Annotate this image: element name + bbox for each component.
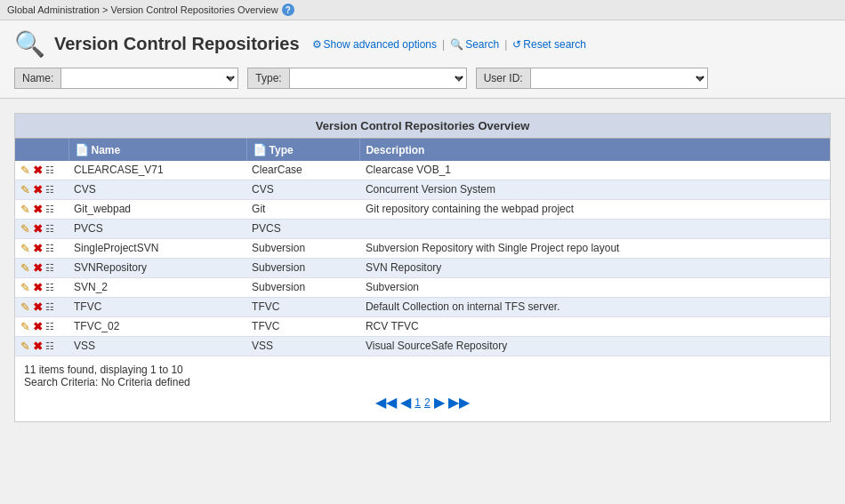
- delete-icon[interactable]: ✖: [33, 242, 43, 255]
- edit-icon[interactable]: ✎: [20, 261, 30, 275]
- table-row: ✎ ✖ ☷ SingleProjectSVNSubversionSubversi…: [15, 239, 830, 259]
- userid-filter-wrapper: ▼: [530, 68, 708, 89]
- delete-icon[interactable]: ✖: [33, 281, 43, 294]
- row-description: Clearcase VOB_1: [360, 161, 830, 180]
- search-link[interactable]: 🔍 Search: [450, 38, 499, 51]
- search-title: Version Control Repositories: [54, 34, 300, 54]
- userid-filter-label: User ID:: [476, 68, 530, 89]
- action-cell: ✎ ✖ ☷: [15, 161, 68, 180]
- table-footer: 11 items found, displaying 1 to 10 Searc…: [15, 356, 830, 421]
- grid-icon: ☷: [45, 282, 54, 293]
- grid-icon: ☷: [45, 204, 54, 215]
- delete-icon[interactable]: ✖: [33, 164, 43, 177]
- type-filter-label: Type:: [247, 68, 288, 89]
- row-name: CLEARCASE_V71: [68, 161, 246, 180]
- edit-icon[interactable]: ✎: [20, 320, 30, 333]
- table-row: ✎ ✖ ☷ VSSVSSVisual SourceSafe Repository: [15, 337, 830, 356]
- delete-icon[interactable]: ✖: [33, 300, 43, 314]
- show-advanced-link[interactable]: ⚙ Show advanced options: [312, 38, 437, 51]
- help-icon[interactable]: ?: [282, 4, 294, 16]
- search-filters: Name: ▼ Type: ▼ User ID:: [14, 68, 831, 89]
- edit-icon[interactable]: ✎: [20, 340, 30, 353]
- search-header: 🔍 Version Control Repositories ⚙ Show ad…: [14, 29, 831, 59]
- pagination: ◀◀ ◀ 1 2 ▶ ▶▶: [24, 394, 821, 414]
- grid-icon: ☷: [45, 321, 54, 332]
- footer-criteria-text: Search Criteria: No Criteria defined: [24, 376, 821, 388]
- action-cell: ✎ ✖ ☷: [15, 259, 68, 278]
- userid-filter-group: User ID: ▼: [476, 68, 708, 89]
- row-type: Subversion: [246, 259, 360, 278]
- first-page-btn[interactable]: ◀◀: [375, 394, 397, 411]
- col-description: Description: [360, 139, 830, 161]
- action-cell: ✎ ✖ ☷: [15, 278, 68, 298]
- row-type: VSS: [246, 337, 360, 356]
- row-name: VSS: [68, 337, 246, 356]
- table-header: 📄 Name 📄 Type Description: [15, 139, 830, 161]
- edit-icon[interactable]: ✎: [20, 222, 30, 236]
- action-cell: ✎ ✖ ☷: [15, 298, 68, 317]
- row-type: CVS: [246, 180, 360, 200]
- repositories-table: 📄 Name 📄 Type Description ✎: [15, 139, 830, 356]
- row-name: SVNRepository: [68, 259, 246, 278]
- row-name: CVS: [68, 180, 246, 200]
- grid-icon: ☷: [45, 164, 54, 176]
- table-row: ✎ ✖ ☷ SVNRepositorySubversionSVN Reposit…: [15, 259, 830, 278]
- action-cell: ✎ ✖ ☷: [15, 180, 68, 200]
- panel-title: Version Control Repositories Overview: [15, 114, 830, 139]
- row-type: TFVC: [246, 317, 360, 337]
- search-section: 🔍 Version Control Repositories ⚙ Show ad…: [0, 20, 845, 99]
- edit-icon[interactable]: ✎: [20, 203, 30, 216]
- action-cell: ✎ ✖ ☷: [15, 317, 68, 337]
- edit-icon[interactable]: ✎: [20, 281, 30, 294]
- grid-icon: ☷: [45, 262, 54, 274]
- name-filter-label: Name:: [14, 68, 60, 89]
- reset-search-link[interactable]: ↺ Reset search: [512, 38, 586, 51]
- edit-icon[interactable]: ✎: [20, 183, 30, 196]
- row-type: Subversion: [246, 239, 360, 259]
- main-content: Version Control Repositories Overview 📄 …: [0, 99, 845, 436]
- page-1-btn[interactable]: 1: [414, 396, 421, 409]
- row-description: Default Collection on internal TFS serve…: [360, 298, 830, 317]
- grid-icon: ☷: [45, 340, 54, 352]
- grid-icon: ☷: [45, 223, 54, 235]
- edit-icon[interactable]: ✎: [20, 164, 30, 177]
- table-row: ✎ ✖ ☷ SVN_2SubversionSubversion: [15, 278, 830, 298]
- delete-icon[interactable]: ✖: [33, 222, 43, 236]
- row-name: SVN_2: [68, 278, 246, 298]
- name-filter-wrapper: ▼: [60, 68, 238, 89]
- delete-icon[interactable]: ✖: [33, 183, 43, 196]
- delete-icon[interactable]: ✖: [33, 340, 43, 353]
- row-description: Concurrent Version System: [360, 180, 830, 200]
- table-row: ✎ ✖ ☷ Git_webpadGitGit repository contai…: [15, 200, 830, 220]
- delete-icon[interactable]: ✖: [33, 261, 43, 275]
- type-filter-select[interactable]: [289, 68, 467, 89]
- action-cell: ✎ ✖ ☷: [15, 337, 68, 356]
- breadcrumb-bar: Global Administration > Version Control …: [0, 0, 845, 20]
- row-type: Subversion: [246, 278, 360, 298]
- name-filter-group: Name: ▼: [14, 68, 238, 89]
- footer-items-text: 11 items found, displaying 1 to 10: [24, 364, 821, 376]
- col-type: 📄 Type: [246, 139, 360, 161]
- row-type: TFVC: [246, 298, 360, 317]
- delete-icon[interactable]: ✖: [33, 320, 43, 333]
- page-2-btn[interactable]: 2: [424, 396, 431, 409]
- edit-icon[interactable]: ✎: [20, 242, 30, 255]
- row-name: SingleProjectSVN: [68, 239, 246, 259]
- row-description: [360, 220, 830, 239]
- breadcrumb-text: Global Administration > Version Control …: [7, 4, 278, 15]
- prev-page-btn[interactable]: ◀: [400, 394, 411, 411]
- col-name-icon: 📄: [75, 143, 89, 156]
- row-name: PVCS: [68, 220, 246, 239]
- row-description: Visual SourceSafe Repository: [360, 337, 830, 356]
- delete-icon[interactable]: ✖: [33, 203, 43, 216]
- col-type-icon: 📄: [253, 143, 267, 156]
- grid-icon: ☷: [45, 184, 54, 196]
- last-page-btn[interactable]: ▶▶: [448, 394, 470, 411]
- table-row: ✎ ✖ ☷ TFVCTFVCDefault Collection on inte…: [15, 298, 830, 317]
- edit-icon[interactable]: ✎: [20, 300, 30, 314]
- row-description: Subversion: [360, 278, 830, 298]
- search-actions: ⚙ Show advanced options | 🔍 Search | ↺ R…: [312, 38, 586, 51]
- name-filter-select[interactable]: [60, 68, 238, 89]
- next-page-btn[interactable]: ▶: [434, 394, 445, 411]
- userid-filter-select[interactable]: [530, 68, 708, 89]
